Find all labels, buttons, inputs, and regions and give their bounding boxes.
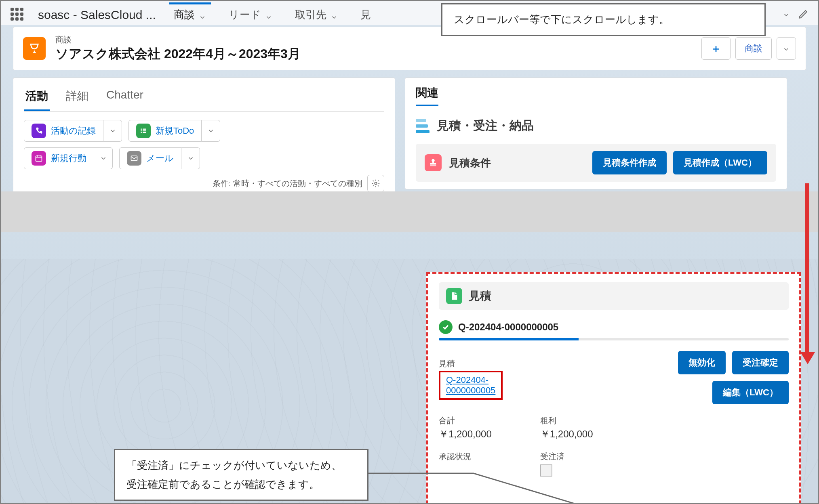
create-quote-lwc-button[interactable]: 見積作成（LWC）	[673, 151, 767, 174]
quote-panel-header: 見積	[439, 282, 789, 310]
app-frame: soasc - SalesCloud ... 商談 リード 取引先 見 スクロー…	[0, 0, 819, 504]
activity-actions: 活動の記録 新規ToDo	[24, 120, 384, 142]
annotation-scroll-hint: スクロールバー等で下にスクロールします。	[441, 3, 766, 36]
record-header-actions: ＋ 商談	[701, 37, 796, 60]
checklist-icon	[136, 124, 151, 138]
nav-tab-label: 商談	[174, 8, 195, 22]
quote-panel-title: 見積	[469, 288, 491, 304]
confirm-order-button[interactable]: 受注確定	[732, 351, 789, 374]
link-text-1: Q-202404-	[446, 375, 488, 385]
group-title-text: 見積・受注・納品	[437, 118, 534, 134]
stripe-icon	[416, 119, 430, 133]
chevron-down-icon	[109, 127, 116, 134]
new-mail-button[interactable]: メール	[119, 147, 200, 169]
button-label: 商談	[745, 42, 762, 55]
quote-condition-title: 見積条件	[449, 156, 491, 170]
quote-link-highlight: Q-202404- 0000000005	[439, 371, 503, 400]
button-label: 新規行動	[51, 152, 86, 164]
annotation-text: スクロールバー等で下にスクロールします。	[454, 13, 670, 25]
log-activity-button[interactable]: 活動の記録	[24, 120, 122, 142]
total-label: 合計	[439, 415, 492, 426]
nav-tab-opportunity[interactable]: 商談	[169, 2, 211, 27]
nav-tab-partial[interactable]: 見	[356, 2, 371, 27]
related-card: 関連 見積・受注・納品 見積条件 見積条件作成 見積作成（LWC）	[405, 78, 787, 189]
chevron-down-icon	[187, 155, 194, 162]
nav-tab-label: リード	[229, 8, 261, 22]
quote-condition-panel: 見積条件 見積条件作成 見積作成（LWC）	[416, 144, 776, 182]
app-name: soasc - SalesCloud ...	[38, 8, 156, 22]
annotation-line-1: 「受注済」にチェックが付いていないため、	[126, 458, 356, 472]
annotation-ordered-unchecked: 「受注済」にチェックが付いていないため、 受注確定前であることが確認できます。	[114, 449, 368, 501]
tab-detail[interactable]: 詳細	[64, 85, 90, 111]
tab-chatter[interactable]: Chatter	[105, 85, 145, 111]
nav-tab-label: 取引先	[295, 8, 326, 22]
new-todo-button[interactable]: 新規ToDo	[128, 120, 220, 142]
stamp-icon	[425, 154, 442, 171]
object-label: 商談	[55, 34, 301, 45]
quote-link-label: 見積	[439, 358, 662, 369]
quote-progress-bar	[439, 338, 789, 340]
create-quote-condition-button[interactable]: 見積条件作成	[592, 151, 667, 174]
margin-value: ￥1,200,000	[540, 428, 593, 441]
chevron-down-icon	[207, 127, 215, 134]
calendar-icon	[32, 151, 46, 166]
quote-action-buttons: 無効化 受注確定 編集（LWC）	[678, 351, 789, 404]
record-header-text: 商談 ソアスク株式会社 2022年4月～2023年3月	[55, 34, 301, 63]
button-label: 活動の記録	[51, 125, 96, 137]
related-group-title: 見積・受注・納品	[416, 118, 776, 134]
nav-utility	[783, 9, 808, 21]
svg-rect-0	[36, 156, 42, 161]
tab-related[interactable]: 関連	[416, 85, 438, 106]
record-title: ソアスク株式会社 2022年4月～2023年3月	[55, 45, 301, 63]
quote-detail-highlight: 見積 Q-202404-0000000005 見積 Q-202404- 0000…	[426, 272, 801, 503]
related-opportunity-button[interactable]: 商談	[735, 37, 772, 60]
check-circle-icon	[439, 320, 453, 334]
header-more-button[interactable]	[777, 37, 796, 60]
chevron-down-icon[interactable]	[331, 11, 338, 19]
total-metric: 合計 ￥1,200,000 承認状況	[439, 408, 492, 477]
activity-actions-2: 新規行動 メール	[24, 147, 384, 169]
split-caret[interactable]	[181, 147, 200, 169]
chevron-down-icon[interactable]	[199, 11, 206, 19]
quote-record-link[interactable]: Q-202404- 0000000005	[446, 375, 495, 395]
split-caret[interactable]	[103, 120, 122, 142]
disable-quote-button[interactable]: 無効化	[678, 351, 726, 374]
margin-metric: 粗利 ￥1,200,000 受注済	[540, 408, 593, 477]
quote-number-row: Q-202404-0000000005	[439, 320, 789, 334]
opportunity-icon	[23, 37, 46, 60]
chevron-down-icon	[783, 45, 790, 52]
content-omitted-separator	[1, 191, 818, 232]
split-caret[interactable]	[94, 147, 113, 169]
annotation-line-2: 受注確定前であることが確認できます。	[126, 477, 356, 491]
ordered-label: 受注済	[540, 451, 593, 462]
chevron-down-icon	[100, 155, 107, 162]
nav-tab-account[interactable]: 取引先	[290, 2, 343, 27]
quote-metrics: 合計 ￥1,200,000 承認状況 粗利 ￥1,200,000 受注済	[439, 408, 662, 477]
quote-body: 見積 Q-202404- 0000000005 合計 ￥1,200,000 承認…	[439, 351, 789, 477]
chevron-down-icon[interactable]	[265, 11, 272, 19]
quote-fields-left: 見積 Q-202404- 0000000005 合計 ￥1,200,000 承認…	[439, 351, 662, 477]
edit-pencil-icon[interactable]	[798, 9, 808, 21]
tab-activity[interactable]: 活動	[24, 85, 50, 111]
margin-label: 粗利	[540, 415, 593, 426]
record-stage: 商談 ソアスク株式会社 2022年4月～2023年3月 ＋ 商談 活動 詳細 C…	[1, 25, 818, 503]
button-label: メール	[146, 152, 174, 164]
document-icon	[446, 288, 462, 304]
total-value: ￥1,200,000	[439, 428, 492, 441]
button-label: 新規ToDo	[156, 125, 194, 137]
new-event-button[interactable]: 新規行動	[24, 147, 113, 169]
link-text-2: 0000000005	[446, 385, 495, 395]
approval-label: 承認状況	[439, 451, 492, 462]
left-tabs: 活動 詳細 Chatter	[24, 85, 384, 112]
quote-number: Q-202404-0000000005	[458, 321, 558, 333]
app-launcher-icon[interactable]	[11, 8, 25, 22]
mail-icon	[127, 151, 141, 166]
nav-tab-lead[interactable]: リード	[224, 2, 277, 27]
new-action-button[interactable]: ＋	[701, 37, 731, 60]
ordered-checkbox[interactable]	[540, 464, 552, 477]
edit-quote-lwc-button[interactable]: 編集（LWC）	[712, 381, 789, 404]
phone-icon	[32, 124, 46, 138]
chevron-down-icon[interactable]	[783, 11, 790, 19]
split-caret[interactable]	[202, 120, 220, 142]
nav-tab-label: 見	[360, 8, 371, 22]
